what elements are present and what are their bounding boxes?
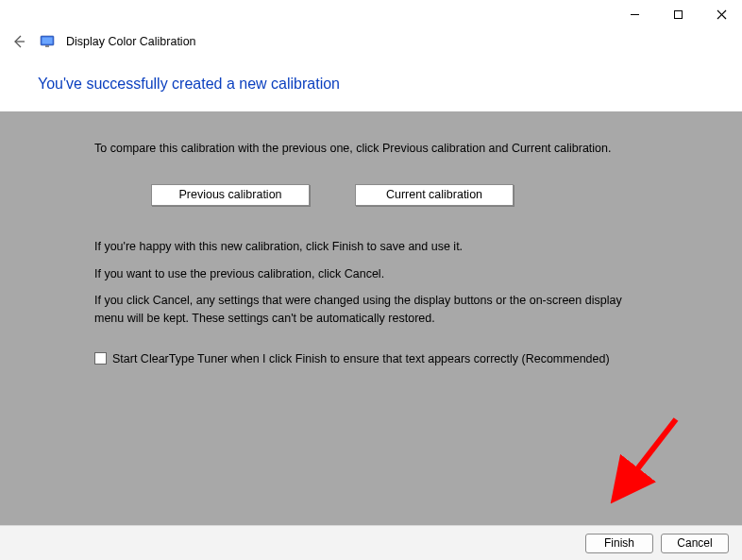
page-heading: You've successfully created a new calibr…: [0, 59, 742, 111]
svg-rect-6: [42, 38, 53, 44]
maximize-button[interactable]: [665, 4, 691, 25]
wizard-footer: Finish Cancel: [0, 525, 742, 560]
cleartype-checkbox[interactable]: [94, 352, 107, 365]
cleartype-checkbox-label: Start ClearType Tuner when I click Finis…: [112, 350, 610, 367]
minimize-button[interactable]: [621, 4, 648, 25]
app-title: Display Color Calibration: [66, 35, 196, 48]
monitor-icon: [40, 34, 55, 49]
svg-rect-1: [674, 10, 682, 18]
back-arrow-button[interactable]: [9, 32, 28, 51]
previous-calibration-button[interactable]: Previous calibration: [151, 184, 310, 206]
instruction-text-1: To compare this calibration with the pre…: [94, 140, 653, 158]
instruction-text-2: If you're happy with this new calibratio…: [94, 238, 653, 256]
close-button[interactable]: [708, 4, 734, 25]
instruction-text-4: If you click Cancel, any settings that w…: [94, 292, 653, 328]
instruction-text-3: If you want to use the previous calibrat…: [94, 265, 653, 283]
svg-rect-7: [45, 45, 49, 47]
window-titlebar: [0, 0, 742, 28]
finish-button[interactable]: Finish: [585, 534, 653, 553]
content-area: To compare this calibration with the pre…: [0, 111, 742, 532]
current-calibration-button[interactable]: Current calibration: [355, 184, 514, 206]
cancel-button[interactable]: Cancel: [661, 534, 729, 553]
wizard-header: Display Color Calibration: [0, 28, 742, 59]
